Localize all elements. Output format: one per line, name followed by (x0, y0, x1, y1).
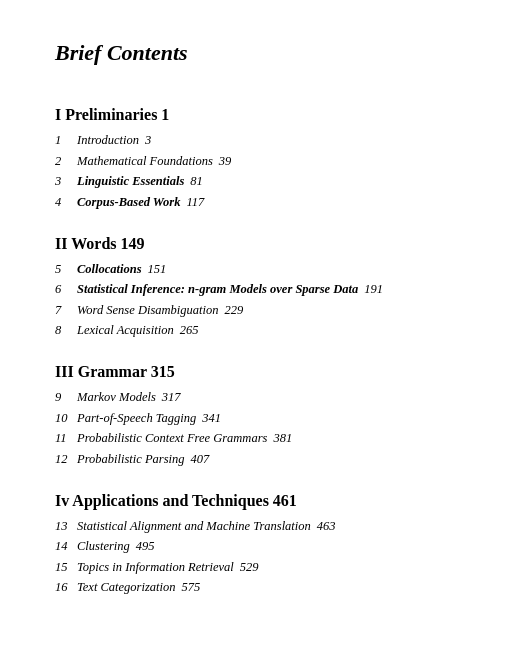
chapter-page: 317 (162, 387, 181, 408)
table-row: 12Probabilistic Parsing407 (55, 449, 465, 470)
chapter-page: 81 (190, 171, 203, 192)
part-header-2: II Words 149 (55, 235, 465, 253)
part-header-3: III Grammar 315 (55, 363, 465, 381)
chapter-page: 265 (180, 320, 199, 341)
chapter-page: 529 (240, 557, 259, 578)
book-title: Brief Contents (55, 40, 465, 66)
chapter-page: 495 (136, 536, 155, 557)
chapter-page: 117 (186, 192, 204, 213)
chapter-page: 381 (273, 428, 292, 449)
chapter-title: Statistical Inference: n-gram Models ove… (77, 279, 358, 300)
chapter-number: 1 (55, 130, 77, 151)
chapter-title: Corpus-Based Work (77, 192, 180, 213)
chapter-number: 9 (55, 387, 77, 408)
chapter-number: 2 (55, 151, 77, 172)
table-row: 1Introduction3 (55, 130, 465, 151)
chapter-page: 39 (219, 151, 232, 172)
table-row: 3Linguistic Essentials81 (55, 171, 465, 192)
chapter-title: Probabilistic Context Free Grammars (77, 428, 267, 449)
chapter-number: 15 (55, 557, 77, 578)
part-section-4: Iv Applications and Techniques 46113Stat… (55, 492, 465, 599)
table-row: 16Text Categorization575 (55, 577, 465, 598)
chapter-page: 3 (145, 130, 151, 151)
part-section-3: III Grammar 3159Markov Models31710Part-o… (55, 363, 465, 470)
table-row: 15Topics in Information Retrieval529 (55, 557, 465, 578)
chapter-title: Lexical Acquisition (77, 320, 174, 341)
chapter-title: Word Sense Disambiguation (77, 300, 218, 321)
chapter-title: Probabilistic Parsing (77, 449, 185, 470)
table-row: 14Clustering495 (55, 536, 465, 557)
part-header-4: Iv Applications and Techniques 461 (55, 492, 465, 510)
chapter-title: Markov Models (77, 387, 156, 408)
chapter-page: 575 (182, 577, 201, 598)
chapter-number: 13 (55, 516, 77, 537)
chapter-number: 12 (55, 449, 77, 470)
contents-container: I Preliminaries 11Introduction32Mathemat… (55, 106, 465, 598)
table-row: 6Statistical Inference: n-gram Models ov… (55, 279, 465, 300)
table-row: 10Part-of-Speech Tagging341 (55, 408, 465, 429)
chapter-page: 341 (202, 408, 221, 429)
table-row: 8Lexical Acquisition265 (55, 320, 465, 341)
table-row: 4Corpus-Based Work117 (55, 192, 465, 213)
chapter-number: 4 (55, 192, 77, 213)
chapter-title: Introduction (77, 130, 139, 151)
chapter-title: Part-of-Speech Tagging (77, 408, 196, 429)
chapter-title: Mathematical Foundations (77, 151, 213, 172)
chapter-page: 191 (364, 279, 383, 300)
chapter-number: 7 (55, 300, 77, 321)
table-row: 5Collocations151 (55, 259, 465, 280)
chapter-number: 11 (55, 428, 77, 449)
chapter-number: 8 (55, 320, 77, 341)
chapter-page: 463 (317, 516, 336, 537)
chapter-number: 10 (55, 408, 77, 429)
page: Brief Contents I Preliminaries 11Introdu… (0, 0, 520, 666)
chapter-number: 14 (55, 536, 77, 557)
table-row: 9Markov Models317 (55, 387, 465, 408)
part-section-2: II Words 1495Collocations1516Statistical… (55, 235, 465, 342)
chapter-page: 407 (191, 449, 210, 470)
chapter-title: Clustering (77, 536, 130, 557)
part-section-1: I Preliminaries 11Introduction32Mathemat… (55, 106, 465, 213)
chapter-title: Collocations (77, 259, 142, 280)
chapter-title: Topics in Information Retrieval (77, 557, 234, 578)
table-row: 13Statistical Alignment and Machine Tran… (55, 516, 465, 537)
chapter-number: 3 (55, 171, 77, 192)
chapter-number: 5 (55, 259, 77, 280)
table-row: 2Mathematical Foundations39 (55, 151, 465, 172)
chapter-title: Statistical Alignment and Machine Transl… (77, 516, 311, 537)
chapter-title: Text Categorization (77, 577, 176, 598)
chapter-title: Linguistic Essentials (77, 171, 184, 192)
part-header-1: I Preliminaries 1 (55, 106, 465, 124)
table-row: 7Word Sense Disambiguation229 (55, 300, 465, 321)
table-row: 11Probabilistic Context Free Grammars381 (55, 428, 465, 449)
chapter-number: 6 (55, 279, 77, 300)
chapter-number: 16 (55, 577, 77, 598)
chapter-page: 229 (224, 300, 243, 321)
chapter-page: 151 (148, 259, 167, 280)
